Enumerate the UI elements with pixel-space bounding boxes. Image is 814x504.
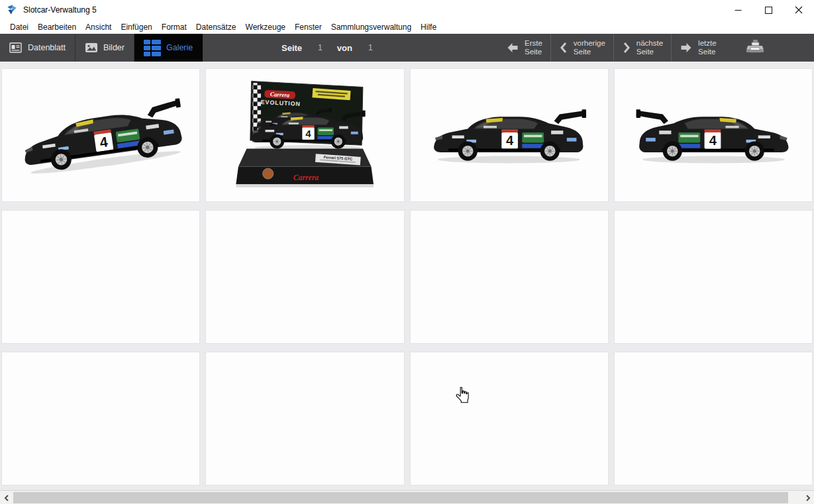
maximize-icon — [765, 7, 772, 14]
datasheet-icon — [9, 42, 23, 54]
gallery-cell-1[interactable] — [1, 68, 200, 202]
chevron-left-icon — [559, 42, 568, 54]
arrow-left-icon — [506, 42, 519, 53]
menu-item-hilfe[interactable]: Hilfe — [416, 21, 441, 33]
view-button-galerie[interactable]: Galerie — [134, 34, 203, 62]
car-start-number: 4 — [709, 133, 717, 148]
previous-page-button[interactable]: vorherigeSeite — [550, 34, 613, 62]
menu-item-datei[interactable]: Datei — [5, 21, 33, 33]
menu-item-sammlungsverwaltung[interactable]: Sammlungsverwaltung — [327, 21, 416, 33]
gallery-grid-icon — [144, 40, 161, 56]
von-label: von — [337, 43, 352, 53]
scrollbar-thumb[interactable] — [13, 492, 788, 503]
scroll-right-button[interactable] — [801, 491, 814, 504]
gallery-cell-11[interactable] — [410, 352, 609, 485]
gallery-cell-10[interactable] — [205, 352, 404, 485]
scroll-chevron-left-icon — [4, 495, 9, 501]
page-indicator: Seite 1 von 1 — [281, 34, 387, 62]
chevron-right-icon — [622, 42, 631, 54]
app-icon — [6, 4, 18, 16]
nav-label: vorherigeSeite — [574, 39, 605, 56]
last-page-button[interactable]: letzteSeite — [671, 34, 725, 62]
images-icon — [85, 42, 98, 53]
page-navigation: ErsteSeite vorherigeSeite nächsteSeite l… — [498, 34, 725, 62]
print-button[interactable] — [740, 34, 770, 62]
car-photo-boxed: Carrera EVOLUTION Ferrari 575 GTC — [210, 73, 399, 197]
menu-item-ansicht[interactable]: Ansicht — [81, 21, 116, 33]
view-button-bilder[interactable]: Bilder — [76, 34, 134, 62]
gallery-cell-4[interactable]: 4 — [614, 68, 813, 202]
view-label: Datenblatt — [28, 43, 66, 52]
menu-item-werkzeuge[interactable]: Werkzeuge — [241, 21, 290, 33]
nav-label: ErsteSeite — [525, 39, 542, 56]
next-page-button[interactable]: nächsteSeite — [613, 34, 671, 62]
window-title: Slotcar-Verwaltung 5 — [23, 5, 97, 15]
menu-item-einfuegen[interactable]: Einfügen — [116, 21, 156, 33]
gallery-cell-2[interactable]: Carrera EVOLUTION Ferrari 575 GTC — [205, 68, 404, 202]
nav-label: nächsteSeite — [636, 39, 663, 56]
scroll-chevron-right-icon — [805, 495, 811, 501]
menu-item-bearbeiten[interactable]: Bearbeiten — [33, 21, 81, 33]
view-label: Bilder — [103, 43, 125, 52]
nav-label: letzteSeite — [698, 39, 717, 56]
app-window: Slotcar-Verwaltung 5 Datei Bearbeiten An… — [0, 0, 814, 504]
toolbar: Datenblatt Bilder Galerie — [0, 34, 814, 62]
current-page-value: 1 — [318, 43, 323, 52]
car-photo-front-quarter — [6, 73, 195, 197]
gallery-cell-3[interactable] — [410, 68, 609, 202]
title-bar: Slotcar-Verwaltung 5 — [0, 0, 814, 20]
gallery-cell-5[interactable] — [1, 210, 200, 344]
view-button-datenblatt[interactable]: Datenblatt — [0, 34, 76, 62]
gallery-cell-6[interactable] — [205, 210, 404, 344]
scroll-left-button[interactable] — [0, 491, 13, 504]
total-pages-value: 1 — [368, 43, 373, 52]
box-brand-logo: Carrera — [270, 91, 290, 99]
seite-label: Seite — [281, 43, 302, 53]
view-label: Galerie — [166, 43, 193, 52]
gallery-cell-12[interactable] — [614, 352, 813, 485]
gallery-cell-7[interactable] — [410, 210, 609, 344]
gallery-cell-8[interactable] — [614, 210, 813, 344]
close-icon — [795, 6, 803, 14]
menu-item-format[interactable]: Format — [157, 21, 191, 33]
menu-item-fenster[interactable]: Fenster — [290, 21, 327, 33]
car-photo-left-profile — [414, 73, 603, 197]
gallery-cell-9[interactable] — [1, 352, 200, 485]
menu-item-datensaetze[interactable]: Datensätze — [191, 21, 241, 33]
close-button[interactable] — [784, 0, 814, 20]
menu-bar: Datei Bearbeiten Ansicht Einfügen Format… — [0, 20, 814, 34]
horizontal-scrollbar[interactable] — [0, 490, 814, 504]
box-base-brand-logo: Carrera — [293, 174, 319, 182]
printer-icon — [745, 40, 765, 56]
gallery-grid: Carrera EVOLUTION Ferrari 575 GTC — [0, 62, 814, 491]
minimize-button[interactable] — [723, 0, 753, 20]
car-photo-right-profile: 4 — [619, 73, 808, 197]
arrow-right-icon — [680, 42, 693, 53]
maximize-button[interactable] — [753, 0, 784, 20]
minimize-icon — [735, 7, 742, 14]
first-page-button[interactable]: ErsteSeite — [498, 34, 550, 62]
